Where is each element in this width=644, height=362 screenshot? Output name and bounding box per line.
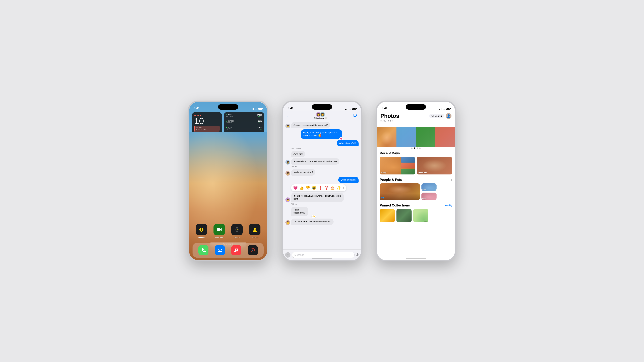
recent-days-grid: Today Yesterday — [380, 157, 452, 174]
tapback-haha[interactable]: 😂 — [312, 186, 316, 190]
person-card-large[interactable]: 👥 — [380, 183, 420, 200]
search-label: Search — [435, 115, 442, 117]
status-icons: ▲ — [345, 108, 356, 110]
wifi-icon: ▲ — [349, 108, 351, 110]
contacts-app[interactable]: Contacts — [249, 224, 260, 238]
msg-avatar: 👩 — [286, 124, 290, 128]
watch-app[interactable]: Watch — [231, 224, 243, 238]
messages-body: 👩 Anyone have plans this weekend? Flying… — [283, 120, 361, 249]
dock — [192, 243, 264, 258]
signal-bars — [345, 108, 348, 110]
msg-haha: Haha I second that 🫶 — [291, 207, 315, 216]
phone-dock-icon[interactable] — [198, 245, 208, 255]
iphone-messages: 9:41 ▲ ‹ 👩 🧑 Silly Geese 🕊️ — [282, 100, 362, 261]
tapback-exclaim[interactable]: ❗ — [318, 186, 322, 190]
people-pets-title: People & Pets — [380, 178, 402, 182]
msg-avatar-mark: 🧑 — [286, 160, 290, 165]
modify-button[interactable]: Modify — [445, 204, 452, 207]
microphone-icon[interactable] — [356, 253, 359, 257]
facetime-label: FaceTime — [215, 236, 224, 238]
people-grid: 👥 Amit Maya — [380, 183, 452, 200]
calendar-date: 10 — [194, 117, 220, 125]
msg-lifetoo: 👨 Life's too short to leave a slice behi… — [286, 219, 358, 225]
dynamic-island — [218, 104, 238, 110]
hero-photo-strip[interactable] — [377, 127, 455, 147]
amit-label: Amit — [422, 189, 426, 190]
msg-nada: 👨 Nada for me either! — [286, 169, 358, 175]
yesterday-card[interactable]: Yesterday — [417, 157, 452, 174]
stock-row-sp500: ▲ S&P 500 Standard &... 5,036 +80.48 — [226, 120, 262, 125]
msg-avatar-cake: 👩 — [286, 197, 290, 202]
group-info[interactable]: 👩 🧑 Silly Geese 🕊️ — [314, 112, 327, 119]
time-display: 9:41 — [288, 107, 294, 110]
photos-header: Photos Search 👤 8,342 Items — [377, 111, 455, 123]
today-card[interactable]: Today — [380, 157, 415, 174]
maya-label: Maya — [422, 198, 426, 199]
tapback-add[interactable]: ↑ — [343, 186, 344, 190]
svg-rect-2 — [217, 228, 220, 231]
back-button[interactable]: ‹ — [286, 114, 288, 117]
tapback-cake[interactable]: 🎂 — [330, 186, 335, 190]
pinned-collections-header: Pinned Collections Modify — [380, 203, 452, 207]
photos-body: Recent Days › Today — [377, 151, 455, 260]
dynamic-island — [406, 104, 426, 110]
contacts-label: Contacts — [251, 236, 258, 238]
dot-1 — [411, 147, 412, 149]
mail-dock-icon[interactable] — [215, 245, 225, 255]
music-dock-icon[interactable] — [231, 245, 241, 255]
recent-days-chevron[interactable]: › — [451, 152, 452, 155]
msg-bubble-cake: If cake for breakfast is wrong, I don't … — [291, 193, 344, 202]
hero-photo-3 — [416, 127, 435, 147]
pinned-card-3[interactable]: Meerut — [413, 209, 428, 222]
battery-icon — [352, 108, 356, 110]
tapback-picker: 💗 👍 👎 😂 ❗ ❓ 🎂 ✨ ↑ — [291, 184, 346, 191]
tapback-sparkle[interactable]: ✨ — [336, 186, 341, 190]
iphone-home: 9:41 ▲ MONDAY 10 Site visit 10:1 — [188, 100, 268, 261]
sender-will: Will Xu — [292, 166, 358, 168]
messages-header: ‹ 👩 🧑 Silly Geese 🕊️ — [283, 111, 361, 120]
stock-row-dow: ▲ DOW Dow Jones I... 37,816 +570.17 — [226, 114, 262, 119]
dot-4 — [419, 147, 420, 149]
msg-bubble-yall: What about y'all? — [336, 140, 358, 146]
amit-card[interactable]: Amit — [422, 183, 436, 191]
input-placeholder: iMessage — [294, 254, 304, 256]
user-avatar[interactable]: 👤 — [446, 113, 452, 119]
imessage-input[interactable]: iMessage — [292, 252, 354, 258]
compass-dock-icon[interactable] — [248, 245, 258, 255]
tapback-heart[interactable]: 💗 — [293, 186, 298, 190]
video-call-button[interactable] — [354, 113, 358, 118]
msg-cake: 👩 If cake for breakfast is wrong, I don'… — [286, 193, 358, 202]
search-button[interactable]: Search — [429, 114, 444, 118]
sender-will-2: Will Xu — [292, 203, 358, 205]
msg-no-plans: 🧑 Absolutely no plans yet, which I kind … — [286, 158, 358, 165]
recent-days-header: Recent Days › — [380, 151, 452, 155]
svg-marker-18 — [356, 114, 358, 116]
msg-aww: Aww fun! — [286, 151, 358, 157]
msg-bubble-received: Anyone have plans this weekend? — [291, 122, 330, 128]
group-avatars: 👩 🧑 — [316, 112, 325, 117]
facetime-app[interactable]: FaceTime — [214, 224, 225, 238]
tapback-thumbsup[interactable]: 👍 — [299, 186, 304, 190]
maya-card[interactable]: Maya — [422, 193, 436, 200]
battery-icon — [446, 108, 450, 110]
calendar-event-1: Site visit 10:15 – 10:45AM — [194, 126, 220, 131]
svg-marker-16 — [252, 250, 253, 252]
tapback-thumbsdown[interactable]: 👎 — [306, 186, 310, 190]
people-pets-chevron[interactable]: › — [451, 178, 452, 181]
pinned-card-1[interactable] — [380, 209, 395, 222]
avatar-2: 🧑 — [320, 112, 325, 117]
find-my-app[interactable]: Find My — [196, 224, 207, 238]
msg-bubble-no-plans: Absolutely no plans yet, which I kind of… — [291, 158, 340, 165]
app-row: Find My FaceTime Watch Contacts — [192, 224, 264, 238]
today-label: Today — [381, 171, 386, 173]
tapback-question[interactable]: ❓ — [324, 186, 329, 190]
plus-button[interactable]: + — [285, 252, 290, 258]
msg-bubble-lifetoo: Life's too short to leave a slice behind — [291, 219, 334, 225]
pinned-card-2[interactable] — [396, 209, 412, 222]
msg-bubble-aww: Aww fun! — [291, 151, 305, 157]
time-display: 9:41 — [382, 107, 388, 110]
dot-2-active — [414, 147, 415, 149]
home-wallpaper — [189, 132, 267, 260]
svg-line-22 — [433, 116, 434, 117]
people-pets-header: People & Pets › — [380, 178, 452, 182]
